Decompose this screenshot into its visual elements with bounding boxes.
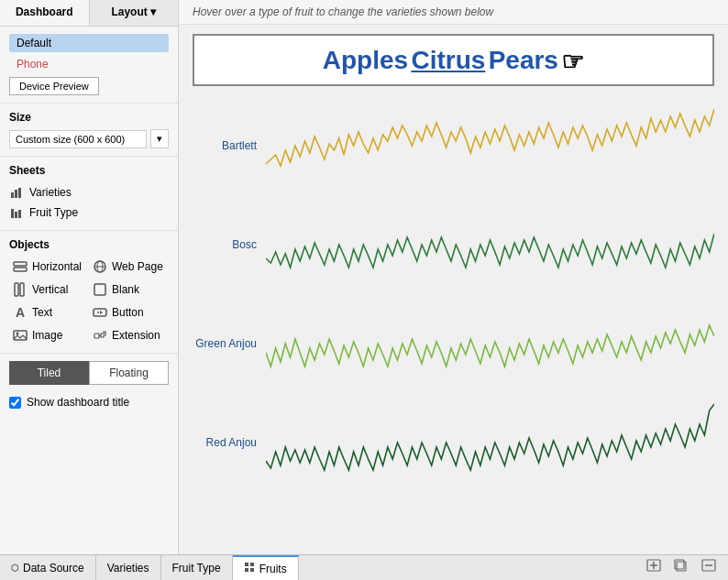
object-text[interactable]: A Text <box>9 302 89 323</box>
object-blank[interactable]: Blank <box>89 279 169 300</box>
cursor-icon: ☞ <box>561 47 584 77</box>
tab-data-source[interactable]: ⬡ Data Source <box>0 555 96 580</box>
bar-chart-icon <box>9 185 24 200</box>
hover-hint: Hover over a type of fruit to change the… <box>179 0 728 25</box>
tab-dashboard[interactable]: Dashboard <box>0 0 90 26</box>
tiled-button[interactable]: Tiled <box>9 361 89 385</box>
svg-rect-7 <box>14 268 27 271</box>
default-layout-item[interactable]: Default <box>9 34 169 52</box>
sheets-section: Sheets Varieties <box>0 157 178 231</box>
data-source-label: Data Source <box>23 562 84 575</box>
svg-rect-11 <box>15 283 18 296</box>
green-anjou-label: Green Anjou <box>193 337 266 350</box>
svg-rect-22 <box>245 568 248 572</box>
size-section: Default Phone Device Preview <box>0 27 178 104</box>
object-extension[interactable]: Extension <box>89 325 169 345</box>
bottom-tabs: ⬡ Data Source Varieties Fruit Type Fruit… <box>0 554 728 580</box>
svg-rect-13 <box>94 284 105 295</box>
size-select[interactable]: Custom size (600 x 600) <box>9 130 147 148</box>
svg-point-18 <box>17 333 19 335</box>
bar-chart-icon-2 <box>9 205 24 220</box>
svg-rect-5 <box>18 210 21 218</box>
sheet-item-varieties[interactable]: Varieties <box>9 182 169 202</box>
sheet-varieties-label: Varieties <box>29 186 72 199</box>
text-icon: A <box>13 305 28 320</box>
floating-button[interactable]: Floating <box>89 361 169 385</box>
data-source-icon: ⬡ <box>11 563 19 573</box>
show-title-row: Show dashboard title <box>0 392 178 416</box>
svg-rect-19 <box>94 334 99 338</box>
fruit-row-red-anjou: Red Anjou <box>193 397 714 488</box>
duplicate-sheet-button[interactable] <box>669 557 693 578</box>
svg-rect-20 <box>245 563 248 566</box>
show-title-checkbox[interactable] <box>9 397 21 409</box>
object-vertical[interactable]: Vertical <box>9 279 89 300</box>
fruit-row-green-anjou: Green Anjou <box>193 298 714 389</box>
tiled-floating-row: Tiled Floating <box>9 361 169 385</box>
globe-icon <box>93 259 107 274</box>
object-image[interactable]: Image <box>9 325 89 345</box>
size-dropdown-button[interactable]: ▾ <box>150 129 169 148</box>
title-citrus: Citrus <box>411 46 485 74</box>
dashboard-title-box: Apples Citrus Pears ☞ <box>193 34 714 86</box>
chevron-down-icon: ▾ <box>150 5 156 18</box>
sheet-item-fruit-type[interactable]: Fruit Type <box>9 202 169 223</box>
size-dropdown-section: Size Custom size (600 x 600) ▾ <box>0 104 178 157</box>
sidebar: Dashboard Layout ▾ Default Phone Device … <box>0 0 179 554</box>
object-webpage[interactable]: Web Page <box>89 257 169 277</box>
bottom-action-icons <box>642 555 728 580</box>
extension-icon <box>93 328 107 343</box>
tab-fruits[interactable]: Fruits <box>233 555 299 580</box>
svg-rect-1 <box>15 190 17 198</box>
objects-grid: Horizontal Web Page Vertical <box>9 257 169 345</box>
button-icon <box>93 305 107 320</box>
svg-rect-6 <box>14 262 27 266</box>
objects-label: Objects <box>9 238 169 251</box>
horizontal-label: Horizontal <box>32 260 82 273</box>
bartlett-label: Bartlett <box>193 139 266 152</box>
image-label: Image <box>32 329 62 342</box>
tab-fruit-type[interactable]: Fruit Type <box>161 555 233 580</box>
fruits-grid-icon <box>244 562 256 576</box>
image-icon <box>13 328 28 343</box>
svg-rect-21 <box>250 563 254 566</box>
add-sheet-button[interactable] <box>642 557 666 578</box>
svg-rect-0 <box>11 192 14 198</box>
size-label: Size <box>9 111 169 124</box>
extension-label: Extension <box>112 329 160 342</box>
device-preview-button[interactable]: Device Preview <box>9 77 99 95</box>
fruit-type-label: Fruit Type <box>172 562 221 575</box>
blank-icon <box>93 282 107 297</box>
main-area: Dashboard Layout ▾ Default Phone Device … <box>0 0 728 554</box>
button-label: Button <box>112 306 144 319</box>
fruit-row-bartlett: Bartlett <box>193 100 714 192</box>
fruits-label: Fruits <box>259 563 287 575</box>
tab-varieties[interactable]: Varieties <box>96 555 161 580</box>
phone-layout-item[interactable]: Phone <box>9 55 169 73</box>
tab-layout[interactable]: Layout ▾ <box>90 0 179 26</box>
object-horizontal[interactable]: Horizontal <box>9 257 89 277</box>
show-title-label: Show dashboard title <box>27 396 129 409</box>
title-apples: Apples <box>323 46 408 74</box>
svg-rect-12 <box>20 283 24 296</box>
sheets-label: Sheets <box>9 164 169 177</box>
red-anjou-sparkline <box>266 397 714 488</box>
green-anjou-sparkline <box>266 298 714 389</box>
horizontal-icon <box>13 259 28 274</box>
svg-rect-2 <box>18 188 21 198</box>
text-label: Text <box>32 306 52 319</box>
fruit-row-bosc: Bosc <box>193 199 714 290</box>
sheets-list: Varieties Fruit Type <box>9 182 169 223</box>
main-content: Hover over a type of fruit to change the… <box>179 0 728 554</box>
bosc-sparkline <box>266 199 714 290</box>
vertical-label: Vertical <box>32 283 68 296</box>
varieties-label: Varieties <box>107 562 149 575</box>
svg-rect-23 <box>250 568 254 572</box>
bartlett-sparkline <box>266 100 714 192</box>
title-pears: Pears <box>489 46 558 74</box>
chart-container: Apples Citrus Pears ☞ Bartlett Bosc <box>179 25 728 554</box>
blank-label: Blank <box>112 283 139 296</box>
object-button[interactable]: Button <box>89 302 169 323</box>
remove-sheet-button[interactable] <box>697 557 721 578</box>
objects-section: Objects Horizontal Web Page <box>0 231 178 354</box>
